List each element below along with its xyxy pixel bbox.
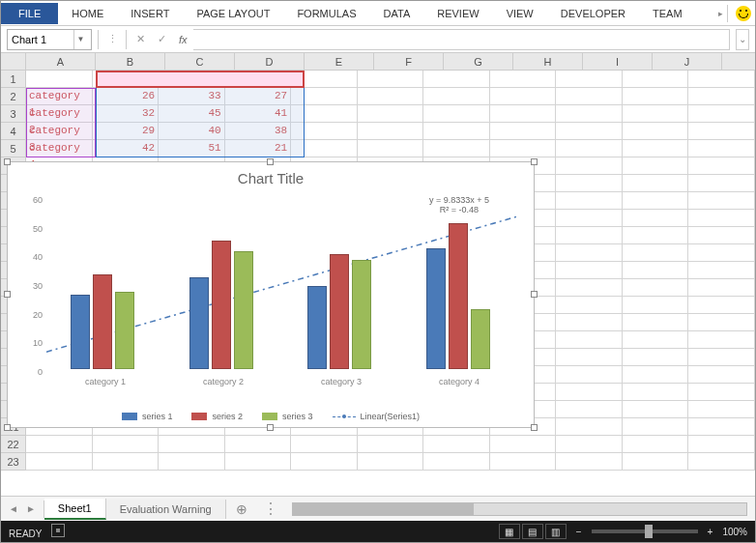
zoom-out-button[interactable]: − — [576, 527, 582, 537]
cell[interactable] — [623, 71, 689, 88]
name-box[interactable]: Chart 1 ▼ — [7, 29, 92, 50]
cell[interactable] — [358, 140, 424, 157]
tab-review[interactable]: REVIEW — [423, 3, 492, 24]
bar[interactable] — [330, 254, 349, 369]
cell[interactable] — [556, 418, 623, 436]
fx-label[interactable]: fx — [179, 34, 188, 45]
tab-data[interactable]: DATA — [370, 3, 424, 24]
cell[interactable] — [688, 366, 755, 384]
chart-object[interactable]: Chart Title 0102030405060 y = 9.8333x + … — [7, 161, 535, 428]
cell[interactable] — [556, 123, 623, 140]
tab-file[interactable]: FILE — [1, 3, 58, 24]
bar[interactable] — [189, 277, 209, 369]
cell[interactable] — [623, 297, 689, 314]
col-header[interactable]: F — [374, 53, 444, 70]
cell[interactable] — [623, 157, 689, 175]
cell[interactable] — [556, 279, 623, 297]
name-box-dropdown-icon[interactable]: ▼ — [73, 30, 87, 49]
cell[interactable] — [26, 71, 93, 88]
cell[interactable] — [556, 349, 623, 366]
cell[interactable] — [556, 453, 623, 471]
cell[interactable] — [556, 436, 623, 453]
cell[interactable] — [623, 384, 689, 401]
cell[interactable] — [623, 227, 689, 244]
cell[interactable] — [556, 192, 623, 210]
row-header[interactable]: 23 — [1, 453, 25, 471]
cell[interactable] — [490, 71, 557, 88]
cell[interactable]: series 3 — [225, 71, 292, 88]
horizontal-scrollbar[interactable] — [292, 502, 747, 516]
cell[interactable]: category 2 — [26, 105, 93, 123]
cell[interactable] — [623, 314, 689, 331]
cell[interactable] — [159, 436, 225, 453]
cell[interactable]: 32 — [93, 105, 160, 123]
bar[interactable] — [471, 309, 490, 369]
col-header[interactable]: C — [165, 53, 235, 70]
cell[interactable] — [623, 262, 689, 279]
cell[interactable] — [358, 71, 424, 88]
cell[interactable] — [623, 88, 689, 105]
select-all-corner[interactable] — [1, 53, 26, 71]
row-header[interactable]: 2 — [1, 88, 25, 105]
cell[interactable] — [688, 227, 755, 244]
cell[interactable]: series 1 — [93, 71, 160, 88]
cell[interactable] — [423, 71, 490, 88]
bar[interactable] — [234, 251, 253, 369]
cell[interactable]: 41 — [225, 105, 292, 123]
cell[interactable] — [291, 71, 358, 88]
cell[interactable] — [688, 453, 755, 471]
tab-insert[interactable]: INSERT — [117, 3, 183, 24]
cell[interactable] — [623, 401, 689, 418]
chart-legend[interactable]: series 1 series 2 series 3 Linear(Series… — [8, 412, 534, 421]
cell[interactable] — [26, 436, 93, 453]
dots-icon[interactable]: ⋮ — [104, 33, 120, 45]
cell[interactable] — [556, 331, 623, 349]
formula-bar-expand-icon[interactable]: ⌄ — [736, 29, 749, 50]
cell[interactable] — [688, 262, 755, 279]
cell[interactable] — [688, 140, 755, 157]
normal-view-icon[interactable]: ▦ — [499, 524, 520, 539]
cell[interactable] — [623, 140, 689, 157]
resize-handle[interactable] — [4, 424, 11, 431]
plot-area[interactable]: 0102030405060 y = 9.8333x + 5 R² = -0.48… — [46, 199, 518, 369]
cell[interactable] — [490, 140, 557, 157]
enter-icon[interactable]: ✓ — [154, 33, 169, 45]
col-header[interactable]: D — [235, 53, 305, 70]
cell[interactable] — [291, 105, 358, 123]
col-header[interactable]: G — [444, 53, 513, 70]
bar[interactable] — [115, 292, 134, 369]
cell[interactable] — [688, 105, 755, 123]
sheet-tab-active[interactable]: Sheet1 — [44, 499, 106, 520]
resize-handle[interactable] — [4, 291, 11, 298]
cell[interactable] — [688, 384, 755, 401]
cell[interactable]: 38 — [225, 123, 292, 140]
cell[interactable] — [623, 210, 689, 227]
cell[interactable] — [556, 314, 623, 331]
tab-page-layout[interactable]: PAGE LAYOUT — [183, 3, 283, 24]
cell[interactable] — [623, 349, 689, 366]
cell[interactable] — [556, 210, 623, 227]
sheet-tab-warning[interactable]: Evaluation Warning — [106, 500, 226, 519]
cell[interactable] — [159, 453, 225, 471]
cell[interactable] — [423, 88, 490, 105]
zoom-in-button[interactable]: + — [708, 527, 713, 537]
cell[interactable] — [423, 453, 490, 471]
cell[interactable] — [291, 453, 358, 471]
cell[interactable] — [26, 453, 93, 471]
cell[interactable] — [623, 453, 689, 471]
cell[interactable] — [93, 453, 160, 471]
row-header[interactable]: 5 — [1, 140, 25, 157]
resize-handle[interactable] — [4, 158, 11, 165]
bar[interactable] — [307, 286, 327, 369]
cell[interactable] — [225, 436, 292, 453]
resize-handle[interactable] — [267, 158, 274, 165]
cell[interactable]: 45 — [159, 105, 225, 123]
bar[interactable] — [426, 248, 446, 369]
cancel-icon[interactable]: ✕ — [132, 33, 148, 45]
chart-title[interactable]: Chart Title — [8, 162, 534, 190]
cell[interactable]: category 3 — [26, 123, 93, 140]
cell[interactable] — [688, 244, 755, 262]
bar[interactable] — [71, 295, 90, 369]
cell[interactable] — [688, 71, 755, 88]
cell[interactable] — [688, 349, 755, 366]
